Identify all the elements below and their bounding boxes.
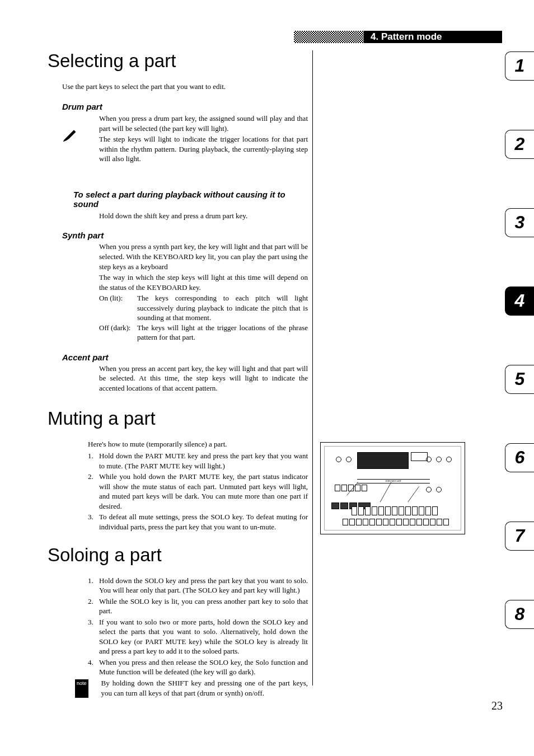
soloing-step-2: While the SOLO key is lit, you can press… [88, 597, 308, 616]
vertical-divider [312, 50, 313, 685]
soloing-step-1: Hold down the SOLO key and press the par… [88, 576, 308, 595]
heading-synth-part: Synth part [62, 231, 308, 240]
muting-step-3: To defeat all mute settings, press the S… [88, 512, 308, 532]
synth-off-label: Off (dark): [99, 323, 137, 342]
writing-hand-icon [62, 127, 78, 143]
heading-drum-part: Drum part [62, 102, 308, 111]
header-title: 4. Pattern mode [364, 31, 502, 43]
note-badge: note [75, 679, 88, 698]
soloing-note-text: By holding down the SHIFT key and pressi… [90, 678, 308, 698]
tab-4[interactable]: 4 [505, 287, 534, 316]
heading-accent-part: Accent part [62, 353, 308, 362]
muting-steps: Hold down the PART MUTE key and press th… [88, 451, 308, 532]
svg-line-2 [408, 486, 419, 502]
tab-5[interactable]: 5 [505, 365, 534, 394]
muting-intro: Here's how to mute (temporarily silence)… [88, 439, 308, 449]
synth-off-row: Off (dark): The keys will light at the t… [99, 323, 308, 342]
drum-part-p2: The step keys will light to indicate the… [99, 134, 308, 164]
synth-on-label: On (lit): [99, 293, 137, 323]
soloing-step-4: When you press and then release the SOLO… [88, 658, 308, 677]
tab-3[interactable]: 3 [505, 208, 534, 237]
page-header: 4. Pattern mode [294, 31, 502, 43]
header-checker-pattern [294, 31, 364, 43]
accent-p1: When you press an accent part key, the k… [99, 364, 308, 393]
muting-step-2: While you hold down the PART MUTE key, t… [88, 472, 308, 511]
soloing-note-row: note By holding down the SHIFT key and p… [75, 678, 308, 698]
main-content: Selecting a part Use the part keys to se… [48, 50, 308, 698]
section-title-selecting: Selecting a part [48, 50, 308, 72]
heading-select-during-playback: To select a part during playback without… [73, 190, 308, 209]
synth-p1: When you press a synth part key, the key… [99, 242, 308, 271]
page-number: 23 [491, 699, 503, 712]
side-tab-nav: 1 2 3 4 5 6 7 8 [505, 51, 534, 678]
muting-step-1: Hold down the PART MUTE key and press th… [88, 451, 308, 471]
tab-1[interactable]: 1 [505, 51, 534, 81]
synth-off-body: The keys will light at the trigger locat… [137, 323, 308, 342]
svg-line-1 [380, 482, 391, 502]
synth-p2: The way in which the step keys will ligh… [99, 273, 308, 292]
selecting-intro: Use the part keys to select the part tha… [62, 82, 308, 92]
drum-part-p1: When you press a drum part key, the assi… [99, 114, 308, 133]
section-title-soloing: Soloing a part [48, 544, 308, 566]
tab-7[interactable]: 7 [505, 522, 534, 551]
synth-on-row: On (lit): The keys corresponding to each… [99, 293, 308, 323]
tab-6[interactable]: 6 [505, 443, 534, 472]
synth-on-body: The keys corresponding to each pitch wil… [137, 293, 308, 323]
playback-p1: Hold down the shift key and press a drum… [99, 211, 308, 221]
soloing-step-3: If you want to solo two or more parts, h… [88, 617, 308, 656]
section-title-muting: Muting a part [48, 408, 308, 429]
tab-2[interactable]: 2 [505, 130, 534, 159]
tab-8[interactable]: 8 [505, 600, 534, 629]
device-illustration: DRUM PART [320, 442, 465, 534]
svg-line-0 [347, 482, 358, 495]
soloing-steps: Hold down the SOLO key and press the par… [88, 576, 308, 677]
